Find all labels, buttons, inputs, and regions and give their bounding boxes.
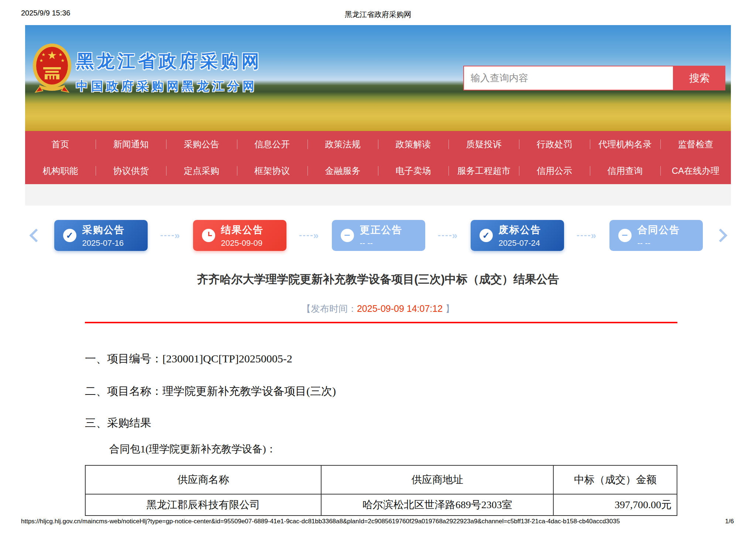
nav-bottom-strip — [25, 184, 731, 206]
nav-item-agreement-supply[interactable]: 协议供货 — [96, 158, 166, 184]
nav-item-policies[interactable]: 政策法规 — [307, 131, 378, 158]
nav-item-news[interactable]: 新闻通知 — [96, 131, 166, 158]
section-procurement-result: 三、采购结果 — [85, 416, 151, 431]
main-navigation: 首页 新闻通知 采购公告 信息公开 政策法规 政策解读 质疑投诉 行政处罚 代理… — [25, 131, 731, 184]
site-subtitle: 中国政府采购网黑龙江分网 — [76, 78, 262, 94]
section-project-number: 一、项目编号：[230001]QC[TP]20250005-2 — [85, 351, 292, 366]
chevron-left-icon[interactable] — [30, 229, 43, 242]
print-page-number: 1/6 — [725, 518, 734, 525]
timeline-step-correction-notice[interactable]: − 更正公告 -- -- — [332, 220, 425, 251]
flow-arrow-icon: » — [438, 231, 457, 240]
cell-award-amount: 397,700.00元 — [553, 494, 677, 516]
search-input[interactable] — [463, 66, 674, 90]
check-circle-icon: ✓ — [480, 229, 493, 242]
nav-item-service-supermarket[interactable]: 服务工程超市 — [449, 158, 519, 184]
nav-item-admin-penalty[interactable]: 行政处罚 — [519, 131, 590, 158]
svg-text:★: ★ — [59, 52, 63, 57]
nav-row-1: 首页 新闻通知 采购公告 信息公开 政策法规 政策解读 质疑投诉 行政处罚 代理… — [25, 131, 731, 158]
timeline-step-failed-bid-notice[interactable]: ✓ 废标公告 2025-07-24 — [471, 220, 564, 251]
table-header-row: 供应商名称 供应商地址 中标（成交）金额 — [85, 465, 677, 494]
nav-item-fixed-point[interactable]: 定点采购 — [166, 158, 237, 184]
header-award-amount: 中标（成交）金额 — [553, 465, 677, 494]
contract-package-label: 合同包1(理学院更新补充教学设备)： — [109, 442, 276, 456]
flow-arrow-icon: » — [299, 231, 319, 240]
chevron-right-icon[interactable] — [714, 229, 728, 242]
nav-item-financial-services[interactable]: 金融服务 — [307, 158, 378, 184]
nav-item-supervision[interactable]: 监督检查 — [660, 131, 731, 158]
minus-circle-icon: − — [618, 229, 632, 242]
national-emblem-logo: ★ ★ ★ ★ ★ — [32, 41, 72, 95]
table-row: 黑龙江郡辰科技有限公司 哈尔滨松北区世泽路689号2303室 397,700.0… — [85, 494, 677, 516]
search-button[interactable]: 搜索 — [674, 66, 725, 90]
nav-item-procurement-notice[interactable]: 采购公告 — [166, 131, 237, 158]
flow-arrow-icon: » — [577, 231, 596, 240]
section-project-name: 二、项目名称：理学院更新补充教学设备项目(三次) — [85, 384, 336, 399]
nav-item-org-functions[interactable]: 机构职能 — [25, 158, 96, 184]
nav-item-ca-online[interactable]: CA在线办理 — [660, 158, 731, 184]
svg-text:★: ★ — [39, 58, 44, 63]
svg-text:★: ★ — [47, 49, 57, 61]
article-title: 齐齐哈尔大学理学院更新补充教学设备项目(三次)中标（成交）结果公告 — [0, 272, 756, 287]
step-date: -- -- — [360, 238, 403, 248]
timeline-step-result-notice[interactable]: 结果公告 2025-09-09 — [193, 220, 286, 251]
print-document-title: 黑龙江省政府采购网 — [0, 10, 756, 20]
header-supplier-address: 供应商地址 — [321, 465, 553, 494]
step-date: 2025-07-16 — [82, 238, 125, 248]
search-box: 搜索 — [463, 66, 725, 90]
publish-time: 2025-09-09 14:07:12 — [357, 303, 443, 314]
publish-time-line: 【发布时间：2025-09-09 14:07:12 】 — [0, 303, 756, 315]
nav-item-home[interactable]: 首页 — [25, 131, 96, 158]
timeline-step-procurement-notice[interactable]: ✓ 采购公告 2025-07-16 — [54, 220, 148, 251]
cell-supplier-address: 哈尔滨松北区世泽路689号2303室 — [321, 494, 553, 516]
step-label: 合同公告 — [638, 223, 680, 237]
publish-suffix: 】 — [443, 303, 454, 314]
step-label: 更正公告 — [360, 223, 403, 237]
header-supplier-name: 供应商名称 — [85, 465, 321, 494]
step-label: 采购公告 — [82, 223, 125, 237]
minus-circle-icon: − — [341, 229, 354, 242]
svg-text:★: ★ — [61, 58, 65, 63]
nav-item-complaints[interactable]: 质疑投诉 — [449, 131, 519, 158]
nav-item-framework[interactable]: 框架协议 — [237, 158, 307, 184]
print-url: https://hljcg.hlj.gov.cn/maincms-web/not… — [21, 518, 620, 525]
step-date: -- -- — [638, 238, 680, 248]
nav-item-agency-directory[interactable]: 代理机构名录 — [590, 131, 660, 158]
flow-arrow-icon: » — [161, 231, 180, 240]
site-title: 黑龙江省政府采购网 — [76, 49, 262, 73]
clock-icon — [202, 229, 215, 242]
timeline-step-contract-notice[interactable]: − 合同公告 -- -- — [609, 220, 703, 251]
title-divider — [85, 322, 677, 323]
nav-item-e-marketplace[interactable]: 电子卖场 — [378, 158, 449, 184]
cell-supplier-name: 黑龙江郡辰科技有限公司 — [85, 494, 321, 516]
step-date: 2025-07-24 — [499, 238, 542, 248]
nav-row-2: 机构职能 协议供货 定点采购 框架协议 金融服务 电子卖场 服务工程超市 信用公… — [25, 158, 731, 184]
step-date: 2025-09-09 — [221, 238, 264, 248]
site-banner: ★ ★ ★ ★ ★ 黑龙江省政府采购网 中国政府采购网黑龙江分网 搜索 — [25, 25, 731, 131]
check-circle-icon: ✓ — [63, 229, 76, 242]
step-label: 废标公告 — [499, 223, 542, 237]
nav-item-info-disclosure[interactable]: 信息公开 — [237, 131, 307, 158]
publish-prefix: 【发布时间： — [302, 303, 357, 314]
result-table: 供应商名称 供应商地址 中标（成交）金额 黑龙江郡辰科技有限公司 哈尔滨松北区世… — [85, 465, 677, 516]
svg-text:★: ★ — [42, 52, 46, 57]
nav-item-policy-interpretation[interactable]: 政策解读 — [378, 131, 449, 158]
site-title-block: 黑龙江省政府采购网 中国政府采购网黑龙江分网 — [76, 49, 262, 94]
print-preview-page: 2025/9/9 15:36 黑龙江省政府采购网 ★ ★ ★ ★ ★ 黑龙江省政… — [0, 0, 756, 534]
nav-item-credit-query[interactable]: 信用查询 — [590, 158, 660, 184]
step-label: 结果公告 — [221, 223, 264, 237]
nav-item-credit-publicity[interactable]: 信用公示 — [519, 158, 590, 184]
notice-timeline: ✓ 采购公告 2025-07-16 » 结果公告 2025-09-09 » − … — [31, 218, 725, 252]
